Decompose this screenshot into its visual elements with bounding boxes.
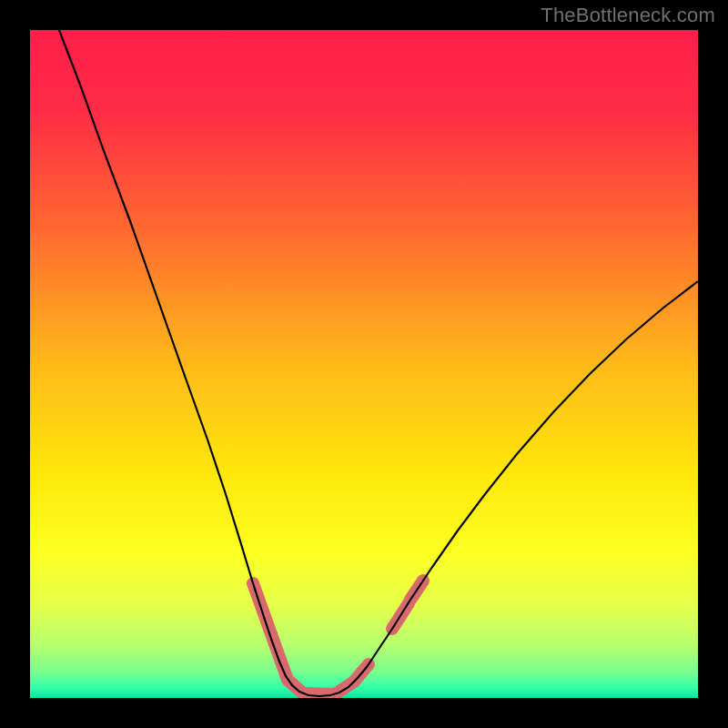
watermark-text: TheBottleneck.com <box>541 4 715 27</box>
bottleneck-curve <box>59 30 698 696</box>
highlight-segments <box>253 581 423 694</box>
curve-layer <box>30 30 698 698</box>
plot-area <box>30 30 698 698</box>
chart-frame: TheBottleneck.com <box>0 0 728 728</box>
